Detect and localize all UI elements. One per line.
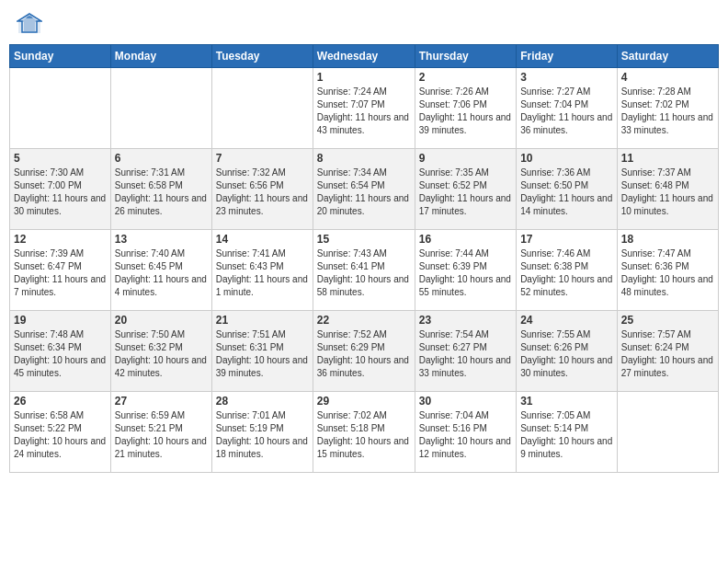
day-number: 19: [14, 314, 107, 327]
day-info: Sunrise: 7:40 AM Sunset: 6:45 PM Dayligh…: [115, 247, 208, 299]
calendar-cell: 3Sunrise: 7:27 AM Sunset: 7:04 PM Daylig…: [517, 68, 618, 149]
day-info: Sunrise: 7:43 AM Sunset: 6:41 PM Dayligh…: [317, 247, 411, 299]
day-number: 13: [115, 233, 208, 246]
calendar-cell: [211, 68, 313, 149]
day-info: Sunrise: 7:28 AM Sunset: 7:02 PM Dayligh…: [621, 86, 714, 137]
day-info: Sunrise: 7:35 AM Sunset: 6:52 PM Dayligh…: [419, 167, 512, 218]
day-info: Sunrise: 7:02 AM Sunset: 5:18 PM Dayligh…: [317, 409, 411, 461]
calendar-cell: 5Sunrise: 7:30 AM Sunset: 7:00 PM Daylig…: [10, 149, 111, 230]
calendar-cell: 9Sunrise: 7:35 AM Sunset: 6:52 PM Daylig…: [415, 149, 516, 230]
calendar-cell: 12Sunrise: 7:39 AM Sunset: 6:47 PM Dayli…: [10, 230, 111, 311]
calendar-cell: 11Sunrise: 7:37 AM Sunset: 6:48 PM Dayli…: [617, 149, 718, 230]
calendar-cell: 4Sunrise: 7:28 AM Sunset: 7:02 PM Daylig…: [617, 68, 718, 149]
calendar-cell: 1Sunrise: 7:24 AM Sunset: 7:07 PM Daylig…: [313, 68, 415, 149]
calendar-cell: 19Sunrise: 7:48 AM Sunset: 6:34 PM Dayli…: [10, 311, 111, 392]
calendar-cell: [617, 392, 718, 473]
calendar-cell: 6Sunrise: 7:31 AM Sunset: 6:58 PM Daylig…: [110, 149, 211, 230]
day-number: 11: [621, 152, 714, 165]
day-number: 2: [419, 71, 512, 84]
calendar-cell: 14Sunrise: 7:41 AM Sunset: 6:43 PM Dayli…: [211, 230, 313, 311]
day-number: 3: [520, 71, 613, 84]
day-info: Sunrise: 7:41 AM Sunset: 6:43 PM Dayligh…: [216, 247, 309, 299]
day-info: Sunrise: 7:32 AM Sunset: 6:56 PM Dayligh…: [216, 167, 309, 218]
calendar-cell: 10Sunrise: 7:36 AM Sunset: 6:50 PM Dayli…: [517, 149, 618, 230]
day-info: Sunrise: 7:36 AM Sunset: 6:50 PM Dayligh…: [520, 167, 613, 218]
weekday-header-monday: Monday: [110, 45, 211, 68]
day-info: Sunrise: 7:47 AM Sunset: 6:36 PM Dayligh…: [621, 247, 714, 299]
day-info: Sunrise: 6:58 AM Sunset: 5:22 PM Dayligh…: [14, 409, 107, 461]
day-number: 30: [419, 395, 512, 408]
day-info: Sunrise: 7:50 AM Sunset: 6:32 PM Dayligh…: [115, 328, 208, 380]
day-number: 27: [115, 395, 208, 408]
day-info: Sunrise: 7:34 AM Sunset: 6:54 PM Dayligh…: [317, 167, 411, 218]
calendar-week-row: 26Sunrise: 6:58 AM Sunset: 5:22 PM Dayli…: [10, 392, 719, 473]
calendar-cell: 23Sunrise: 7:54 AM Sunset: 6:27 PM Dayli…: [415, 311, 516, 392]
day-number: 16: [419, 233, 512, 246]
weekday-header-thursday: Thursday: [415, 45, 516, 68]
calendar-cell: 29Sunrise: 7:02 AM Sunset: 5:18 PM Dayli…: [313, 392, 415, 473]
calendar-cell: 16Sunrise: 7:44 AM Sunset: 6:39 PM Dayli…: [415, 230, 516, 311]
day-number: 10: [520, 152, 613, 165]
day-number: 20: [115, 314, 208, 327]
day-number: 4: [621, 71, 714, 84]
weekday-header-wednesday: Wednesday: [313, 45, 415, 68]
day-number: 21: [216, 314, 309, 327]
calendar-table: SundayMondayTuesdayWednesdayThursdayFrid…: [9, 44, 719, 473]
day-info: Sunrise: 7:27 AM Sunset: 7:04 PM Dayligh…: [520, 86, 613, 137]
day-number: 24: [520, 314, 613, 327]
day-number: 14: [216, 233, 309, 246]
calendar-week-row: 12Sunrise: 7:39 AM Sunset: 6:47 PM Dayli…: [10, 230, 719, 311]
day-number: 5: [14, 152, 107, 165]
calendar-cell: 13Sunrise: 7:40 AM Sunset: 6:45 PM Dayli…: [110, 230, 211, 311]
day-number: 15: [317, 233, 411, 246]
day-number: 1: [317, 71, 411, 84]
calendar-cell: 30Sunrise: 7:04 AM Sunset: 5:16 PM Dayli…: [415, 392, 516, 473]
day-info: Sunrise: 7:48 AM Sunset: 6:34 PM Dayligh…: [14, 328, 107, 380]
day-number: 7: [216, 152, 309, 165]
day-number: 17: [520, 233, 613, 246]
day-number: 6: [115, 152, 208, 165]
day-info: Sunrise: 7:46 AM Sunset: 6:38 PM Dayligh…: [520, 247, 613, 299]
weekday-header-tuesday: Tuesday: [211, 45, 313, 68]
day-number: 31: [520, 395, 613, 408]
weekday-header-saturday: Saturday: [617, 45, 718, 68]
weekday-header-friday: Friday: [517, 45, 618, 68]
day-info: Sunrise: 6:59 AM Sunset: 5:21 PM Dayligh…: [115, 409, 208, 461]
day-info: Sunrise: 7:31 AM Sunset: 6:58 PM Dayligh…: [115, 167, 208, 218]
day-number: 8: [317, 152, 411, 165]
calendar-cell: 31Sunrise: 7:05 AM Sunset: 5:14 PM Dayli…: [517, 392, 618, 473]
day-info: Sunrise: 7:39 AM Sunset: 6:47 PM Dayligh…: [14, 247, 107, 299]
calendar-cell: 20Sunrise: 7:50 AM Sunset: 6:32 PM Dayli…: [110, 311, 211, 392]
day-info: Sunrise: 7:01 AM Sunset: 5:19 PM Dayligh…: [216, 409, 309, 461]
page-header: [9, 9, 719, 39]
logo: [17, 13, 46, 35]
day-info: Sunrise: 7:54 AM Sunset: 6:27 PM Dayligh…: [419, 328, 512, 380]
weekday-header-row: SundayMondayTuesdayWednesdayThursdayFrid…: [10, 45, 719, 68]
calendar-cell: 2Sunrise: 7:26 AM Sunset: 7:06 PM Daylig…: [415, 68, 516, 149]
day-info: Sunrise: 7:26 AM Sunset: 7:06 PM Dayligh…: [419, 86, 512, 137]
calendar-cell: 26Sunrise: 6:58 AM Sunset: 5:22 PM Dayli…: [10, 392, 111, 473]
day-number: 12: [14, 233, 107, 246]
day-info: Sunrise: 7:37 AM Sunset: 6:48 PM Dayligh…: [621, 167, 714, 218]
calendar-week-row: 19Sunrise: 7:48 AM Sunset: 6:34 PM Dayli…: [10, 311, 719, 392]
day-number: 22: [317, 314, 411, 327]
calendar-cell: 22Sunrise: 7:52 AM Sunset: 6:29 PM Dayli…: [313, 311, 415, 392]
day-number: 18: [621, 233, 714, 246]
day-info: Sunrise: 7:57 AM Sunset: 6:24 PM Dayligh…: [621, 328, 714, 380]
calendar-cell: [10, 68, 111, 149]
calendar-week-row: 1Sunrise: 7:24 AM Sunset: 7:07 PM Daylig…: [10, 68, 719, 149]
calendar-cell: 25Sunrise: 7:57 AM Sunset: 6:24 PM Dayli…: [617, 311, 718, 392]
day-number: 29: [317, 395, 411, 408]
calendar-cell: 8Sunrise: 7:34 AM Sunset: 6:54 PM Daylig…: [313, 149, 415, 230]
day-number: 28: [216, 395, 309, 408]
calendar-cell: 21Sunrise: 7:51 AM Sunset: 6:31 PM Dayli…: [211, 311, 313, 392]
day-number: 25: [621, 314, 714, 327]
day-info: Sunrise: 7:55 AM Sunset: 6:26 PM Dayligh…: [520, 328, 613, 380]
calendar-cell: 15Sunrise: 7:43 AM Sunset: 6:41 PM Dayli…: [313, 230, 415, 311]
calendar-cell: 28Sunrise: 7:01 AM Sunset: 5:19 PM Dayli…: [211, 392, 313, 473]
logo-icon: [17, 13, 42, 35]
day-info: Sunrise: 7:44 AM Sunset: 6:39 PM Dayligh…: [419, 247, 512, 299]
day-info: Sunrise: 7:51 AM Sunset: 6:31 PM Dayligh…: [216, 328, 309, 380]
calendar-cell: 18Sunrise: 7:47 AM Sunset: 6:36 PM Dayli…: [617, 230, 718, 311]
day-info: Sunrise: 7:30 AM Sunset: 7:00 PM Dayligh…: [14, 167, 107, 218]
